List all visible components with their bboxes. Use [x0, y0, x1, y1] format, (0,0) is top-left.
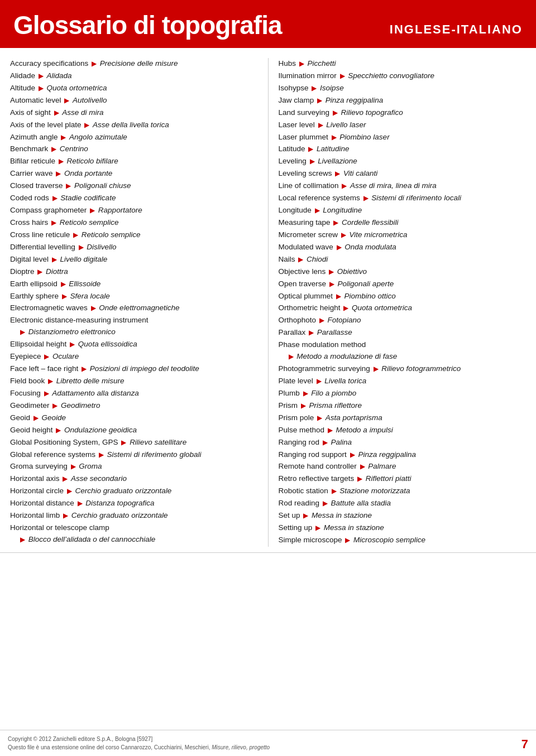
arrow-icon: ▶ — [63, 475, 68, 483]
arrow-icon: ▶ — [64, 97, 69, 104]
arrow-icon: ▶ — [363, 194, 368, 202]
arrow-icon: ▶ — [317, 377, 322, 385]
arrow-icon: ▶ — [310, 157, 315, 165]
arrow-icon: ▶ — [73, 231, 78, 239]
arrow-icon: ▶ — [341, 231, 346, 239]
glossary-content: Accuracy specifications ▶ Precisione del… — [0, 48, 536, 553]
arrow-icon: ▶ — [90, 206, 95, 214]
list-item: Coded rods ▶ Stadie codificate — [10, 192, 258, 204]
arrow-icon: ▶ — [92, 60, 97, 68]
arrow-icon: ▶ — [63, 512, 68, 519]
arrow-icon: ▶ — [44, 353, 49, 360]
arrow-icon: ▶ — [323, 439, 328, 446]
list-item: Face left – face right ▶ Posizioni di im… — [10, 363, 258, 375]
list-item: Axis of the level plate ▶ Asse della liv… — [10, 119, 258, 131]
list-item: Cross hairs ▶ Reticolo semplice — [10, 217, 258, 229]
arrow-icon: ▶ — [301, 402, 306, 410]
list-item: Compass graphometer ▶ Rapportatore — [10, 205, 258, 216]
arrow-icon: ▶ — [39, 84, 44, 92]
list-item: Phase modulation method ▶ Metodo a modul… — [279, 339, 527, 363]
arrow-icon: ▶ — [299, 60, 304, 68]
list-item: Closed traverse ▶ Poligonali chiuse — [10, 180, 258, 192]
arrow-icon: ▶ — [84, 121, 89, 129]
list-item: Photogrammetric surveying ▶ Rilievo foto… — [279, 363, 527, 375]
list-item: Geoid ▶ Geoide — [10, 412, 258, 424]
arrow-icon: ▶ — [357, 475, 362, 483]
arrow-icon: ▶ — [34, 414, 39, 422]
list-item: Earth ellipsoid ▶ Ellissoide — [10, 278, 258, 290]
list-item: Line of collimation ▶ Asse di mira, line… — [279, 180, 527, 192]
list-item: Global Positioning System, GPS ▶ Rilievo… — [10, 437, 258, 449]
list-item: Horizontal circle ▶ Cerchio graduato ori… — [10, 485, 258, 497]
page-number: 7 — [521, 737, 528, 752]
arrow-icon: ▶ — [289, 353, 294, 360]
arrow-icon: ▶ — [66, 182, 71, 190]
arrow-icon: ▶ — [79, 243, 84, 251]
list-item: Rod reading ▶ Battute alla stadia — [279, 498, 527, 509]
list-item: Isohypse ▶ Isoipse — [279, 83, 527, 94]
arrow-icon: ▶ — [52, 256, 57, 263]
list-item: Remote hand controller ▶ Palmare — [279, 461, 527, 473]
arrow-icon: ▶ — [67, 487, 72, 495]
list-item: Laser plummet ▶ Piombino laser — [279, 132, 527, 143]
arrow-icon: ▶ — [317, 414, 322, 422]
arrow-icon: ▶ — [56, 170, 61, 177]
list-item: Bifilar reticule ▶ Reticolo bifilare — [10, 156, 258, 167]
list-item: Optical plummet ▶ Piombino ottico — [279, 291, 527, 302]
arrow-icon: ▶ — [61, 133, 66, 141]
arrow-icon: ▶ — [70, 340, 75, 348]
left-column: Accuracy specifications ▶ Precisione del… — [8, 58, 269, 547]
arrow-icon: ▶ — [52, 194, 58, 202]
list-item: Ranging rod support ▶ Pinza reggipalina — [279, 449, 527, 461]
arrow-icon: ▶ — [303, 389, 308, 397]
arrow-icon: ▶ — [332, 487, 337, 495]
list-item: Measuring tape ▶ Cordelle flessibili — [279, 217, 527, 229]
list-item: Accuracy specifications ▶ Precisione del… — [10, 58, 258, 70]
list-item: Local reference systems ▶ Sistemi di rif… — [279, 192, 527, 204]
list-item: Plate level ▶ Livella torica — [279, 375, 527, 387]
arrow-icon: ▶ — [48, 377, 53, 385]
arrow-icon: ▶ — [59, 157, 64, 165]
arrow-icon: ▶ — [309, 329, 314, 336]
list-item: Azimuth angle ▶ Angolo azimutale — [10, 132, 258, 143]
list-item: Parallax ▶ Parallasse — [279, 327, 527, 339]
list-item: Alidade ▶ Alidada — [10, 70, 258, 82]
list-item: Dioptre ▶ Diottra — [10, 266, 258, 278]
list-item: Objective lens ▶ Obiettivo — [279, 266, 527, 278]
arrow-icon: ▶ — [332, 133, 337, 141]
list-item: Leveling ▶ Livellazione — [279, 156, 527, 167]
list-item: Earthly sphere ▶ Sfera locale — [10, 291, 258, 302]
arrow-icon: ▶ — [337, 243, 342, 251]
list-item: Ellipsoidal height ▶ Quota ellissoidica — [10, 339, 258, 350]
list-item: Retro reflective targets ▶ Riflettori pi… — [279, 473, 527, 485]
page-header: Glossario di topografia INGLESE-ITALIANO — [0, 0, 536, 48]
list-item: Axis of sight ▶ Asse di mira — [10, 107, 258, 119]
list-item: Benchmark ▶ Centrino — [10, 143, 258, 155]
list-item: Field book ▶ Libretto delle misure — [10, 375, 258, 387]
arrow-icon: ▶ — [360, 463, 365, 470]
arrow-icon: ▶ — [345, 536, 350, 544]
arrow-icon: ▶ — [317, 97, 322, 104]
arrow-icon: ▶ — [336, 292, 341, 300]
list-item: Automatic level ▶ Autolivello — [10, 95, 258, 107]
page-subtitle: INGLESE-ITALIANO — [390, 22, 523, 40]
list-item: Micrometer screw ▶ Vite micrometrica — [279, 229, 527, 241]
list-item: Latitude ▶ Latitudine — [279, 143, 527, 155]
arrow-icon: ▶ — [51, 219, 56, 227]
page-footer: Copyright © 2012 Zanichelli editore S.p.… — [0, 730, 536, 756]
list-item: Leveling screws ▶ Viti calanti — [279, 168, 527, 180]
footer-copyright: Copyright © 2012 Zanichelli editore S.p.… — [8, 735, 270, 752]
list-item: Electronic distance-measuring instrument… — [10, 315, 258, 338]
arrow-icon: ▶ — [298, 256, 303, 263]
list-item: Orthometric height ▶ Quota ortometrica — [279, 302, 527, 314]
arrow-icon: ▶ — [37, 268, 42, 276]
arrow-icon: ▶ — [303, 512, 308, 519]
arrow-icon: ▶ — [71, 463, 76, 470]
list-item: Altitude ▶ Quota ortometrica — [10, 83, 258, 94]
list-item: Simple microscope ▶ Microscopio semplice — [279, 535, 527, 546]
arrow-icon: ▶ — [54, 109, 59, 117]
arrow-icon: ▶ — [342, 182, 347, 190]
list-item: Horizontal or telescope clamp ▶ Blocco d… — [10, 522, 258, 546]
list-item: Modulated wave ▶ Onda modulata — [279, 242, 527, 253]
arrow-icon: ▶ — [333, 109, 338, 117]
